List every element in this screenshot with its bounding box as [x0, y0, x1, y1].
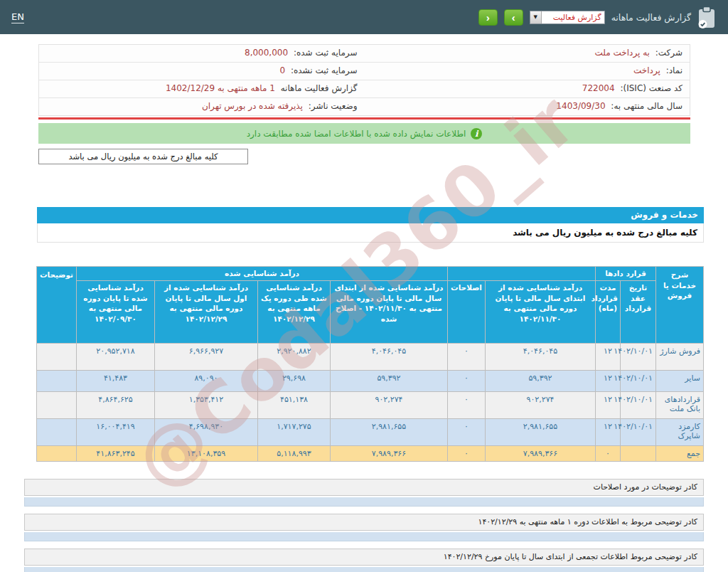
comment-input-strip — [24, 497, 704, 507]
report-period-field: گزارش فعالیت ماهانه 1 ماهه منتهی به 1402… — [39, 80, 365, 97]
chevron-down-icon: ▼ — [530, 11, 542, 23]
previous-report-button[interactable]: ‹ — [478, 9, 498, 26]
language-switch-en[interactable]: EN — [11, 11, 24, 23]
group-header-contracts: قرارد دادها — [595, 267, 655, 281]
table-row-charge-sales: فروش شارژ ۱۴۰۲/۱۰/۰۱ ۱۲ ۴,۰۴۶,۰۴۵ ۰ ۴,۰۴… — [36, 344, 703, 371]
services-sales-section: خدمات و فروش کلیه مبالغ درج شده به میلیو… — [37, 207, 704, 243]
unit-note-box: کلیه مبالغ درج شده به میلیون ریال می باش… — [38, 149, 248, 164]
comment-input-strip — [24, 532, 704, 541]
info-row: نماد: پرداخت سرمایه ثبت نشده: 0 — [39, 63, 690, 80]
comment-group-cumulative: کادر توضیحی مربوط اطلاعات تجمعی از ابتدا… — [24, 549, 704, 572]
unregistered-capital-field: سرمایه ثبت نشده: 0 — [39, 63, 365, 80]
comment-input-strip — [24, 567, 704, 572]
page-title: گزارش فعالیت ماهانه — [611, 12, 691, 23]
col-header-adjustments: اصلاحات — [447, 281, 485, 344]
col-header-rev-prev-year: درآمد شناسایی شده تا پایان دوره مالی منت… — [76, 281, 154, 344]
col-header-notes: توضیحات — [36, 267, 76, 344]
col-header-rev-to-1402-11-30: درآمد شناسایی شده از ابتدای سال مالی تا … — [485, 281, 595, 344]
group-header-recognized-revenue: درآمد شناسایی شده — [76, 267, 447, 281]
info-row: سال مالی منتهی به: 1403/09/30 وضعیت ناشر… — [39, 98, 690, 115]
comment-bar: کادر توضیحات در مورد اصلاحات — [24, 479, 704, 496]
section-unit-note: کلیه مبالغ درج شده به میلیون ریال می باش… — [37, 223, 704, 243]
comment-bar: کادر توضیحی مربوط اطلاعات تجمعی از ابتدا… — [24, 549, 704, 566]
col-header-contract-months: مدت قرارداد (ماه) — [595, 281, 620, 344]
signature-match-banner: i اطلاعات نمایش داده شده با اطلاعات امضا… — [38, 123, 690, 144]
group-header-empty — [447, 267, 595, 281]
topbar-controls: گزارش فعالیت ماهانه گزارش فعالیت ▼ › ‹ — [478, 6, 717, 29]
company-info-table: شرکت: به پرداخت ملت سرمایه ثبت شده: 8,00… — [38, 44, 690, 116]
table-row-total: جمع ۰ ۷,۹۸۹,۳۶۶ ۰ ۷,۹۸۹,۳۶۶ ۵,۱۱۸,۹۹۳ ۱۳… — [36, 446, 703, 462]
next-report-button[interactable]: › — [504, 9, 523, 26]
col-header-rev-month: درآمد شناسایی شده طی دوره یک ماهه منتهی … — [257, 281, 330, 344]
info-icon: i — [471, 128, 482, 139]
col-header-contract-date: تاریخ عقد قرارداد — [621, 281, 656, 344]
table-row-shaparak-fee: کارمزد شاپرک ۱۴۰۲/۱۰/۰۱ ۱۲ ۲,۹۸۱,۶۵۵ ۰ ۲… — [36, 419, 703, 446]
company-field: شرکت: به پرداخت ملت — [365, 45, 690, 62]
symbol-field: نماد: پرداخت — [365, 63, 690, 80]
report-type-select[interactable]: گزارش فعالیت ▼ — [530, 11, 605, 24]
revenue-table-wrapper: شرح خدمات یا فروش قرارد دادها درآمد شناس… — [37, 266, 704, 462]
footer-comment-boxes: کادر توضیحات در مورد اصلاحات کادر توضیحی… — [24, 479, 704, 572]
col-header-rev-adjusted: درآمد شناسایی شده از ابتدای سال مالی تا … — [330, 281, 447, 344]
report-type-selected-value: گزارش فعالیت — [550, 13, 604, 22]
info-row: کد صنعت (ISIC): 722004 گزارش فعالیت ماها… — [39, 80, 690, 98]
signature-match-text: اطلاعات نمایش داده شده با اطلاعات امضا ش… — [247, 129, 466, 139]
issuer-status-field: وضعیت ناشر: پذیرفته شده در بورس تهران — [39, 98, 365, 115]
unit-note-wrapper: کلیه مبالغ درج شده به میلیون ریال می باش… — [38, 149, 690, 164]
comment-group-adjustments: کادر توضیحات در مورد اصلاحات — [24, 479, 704, 507]
revenue-table: شرح خدمات یا فروش قرارد دادها درآمد شناس… — [36, 266, 704, 462]
topbar: EN گزارش فعالیت ماهانه گزارش فعالیت ▼ › … — [0, 0, 728, 34]
section-header: خدمات و فروش — [37, 207, 704, 223]
registered-capital-field: سرمایه ثبت شده: 8,000,000 — [39, 45, 365, 62]
col-header-rev-ytd: درآمد شناسایی شده از اول سال مالی تا پای… — [154, 281, 257, 344]
red-divider — [38, 117, 690, 120]
isic-code-field: کد صنعت (ISIC): 722004 — [365, 80, 690, 97]
comment-group-monthly: کادر توضیحی مربوط به اطلاعات دوره ۱ ماهه… — [24, 514, 704, 541]
comment-bar: کادر توضیحی مربوط به اطلاعات دوره ۱ ماهه… — [24, 514, 704, 531]
table-row-other: سایر ۱۴۰۲/۱۰/۰۱ ۱۲ ۵۹,۳۹۲ ۰ ۵۹,۳۹۲ ۲۹,۶۹… — [36, 371, 703, 392]
col-header-description: شرح خدمات یا فروش — [656, 267, 704, 344]
fiscal-year-end-field: سال مالی منتهی به: 1403/09/30 — [365, 98, 690, 115]
table-row-mellat-bank-contracts: قراردادهای بانک ملت ۱۴۰۲/۱۰/۰۱ ۱۲ ۹۰۲,۲۷… — [36, 392, 703, 419]
info-row: شرکت: به پرداخت ملت سرمایه ثبت شده: 8,00… — [39, 45, 690, 63]
clipboard-check-icon[interactable] — [697, 6, 717, 29]
